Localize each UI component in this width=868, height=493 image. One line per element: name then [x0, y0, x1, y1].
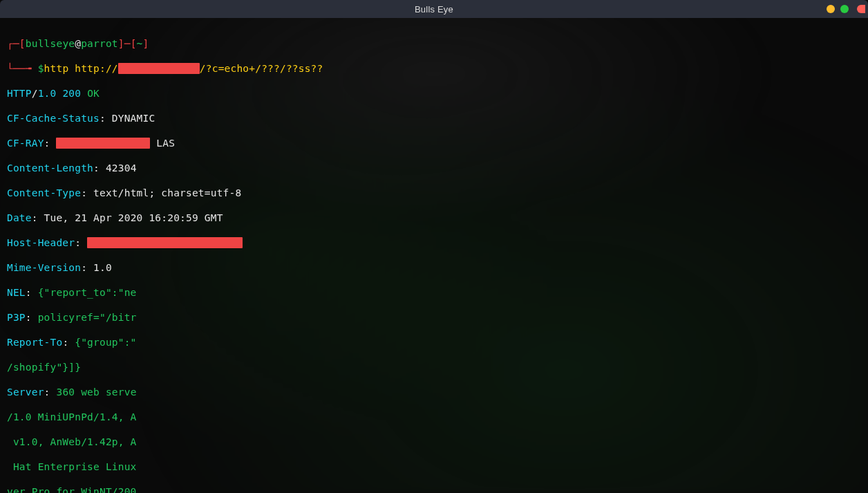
redacted-host-header	[87, 237, 243, 248]
redacted-ray	[56, 138, 150, 149]
close-icon[interactable]	[857, 5, 865, 13]
response-line: Content-Type: text/html; charset=utf-8	[7, 187, 861, 199]
window-title: Bulls Eye	[415, 4, 453, 15]
response-line: CF-RAY: LAS	[7, 137, 861, 149]
response-line: v1.0, AnWeb/1.42p, A	[7, 436, 861, 448]
response-line: Mime-Version: 1.0	[7, 261, 861, 274]
response-line: P3P: policyref="/bitr	[7, 311, 861, 324]
maximize-icon[interactable]	[840, 5, 849, 13]
response-line: Host-Header:	[7, 236, 861, 249]
response-line: Report-To: {"group":"	[7, 336, 861, 348]
titlebar: Bulls Eye	[0, 0, 868, 18]
response-line: Server: 360 web serve	[7, 386, 861, 398]
redacted-host	[118, 63, 200, 74]
response-line: NEL: {"report_to":"ne	[7, 286, 861, 299]
terminal-output[interactable]: ┌─[bullseye@parrot]─[~] └──╼ $http http:…	[0, 18, 868, 493]
prompt-line-2: └──╼ $http http:// /?c=echo+/???/??ss??	[7, 62, 861, 75]
response-line: HTTP/1.0 200 OK	[7, 87, 861, 100]
response-line: /1.0 MiniUPnPd/1.4, A	[7, 411, 861, 423]
response-line: CF-Cache-Status: DYNAMIC	[7, 112, 861, 124]
minimize-icon[interactable]	[827, 5, 835, 13]
response-line: Hat Enterprise Linux	[7, 461, 861, 473]
window-controls	[827, 5, 862, 13]
response-line: ver Pro for WinNT/200	[7, 485, 861, 493]
prompt-line-1: ┌─[bullseye@parrot]─[~]	[7, 37, 861, 50]
response-line: Content-Length: 42304	[7, 162, 861, 174]
response-line: Date: Tue, 21 Apr 2020 16:20:59 GMT	[7, 212, 861, 224]
response-line: /shopify"}]}	[7, 361, 861, 373]
